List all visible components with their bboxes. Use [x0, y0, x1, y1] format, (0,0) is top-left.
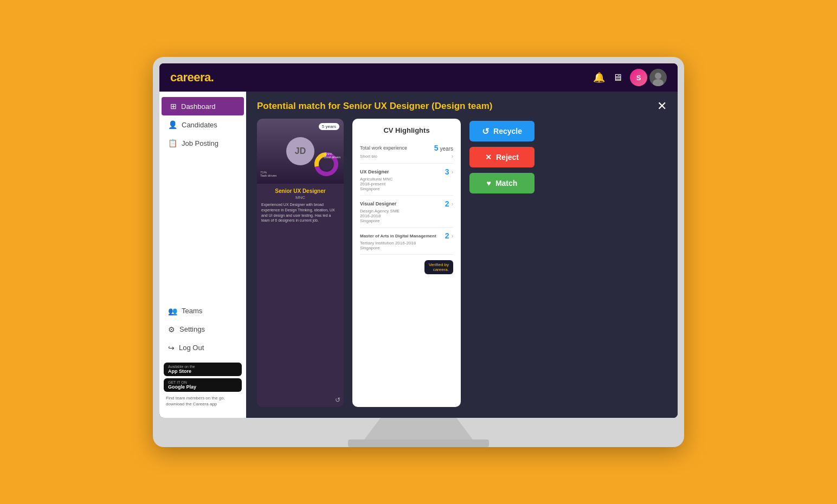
- cv-details-3: Tertiary Institution 2016-2018 Singapore: [360, 241, 453, 250]
- cv-title: CV Highlights: [360, 126, 453, 134]
- sidebar-item-label: Teams: [182, 307, 202, 315]
- cv-short-bio-chevron[interactable]: ›: [452, 153, 453, 159]
- sidebar-item-label: Job Posting: [182, 139, 218, 147]
- cv-role-2: Visual Designer: [360, 201, 396, 206]
- google-play-name: Google Play: [168, 384, 237, 390]
- google-play-badge[interactable]: GET IT ON Google Play: [164, 378, 242, 392]
- verified-inner: Verified by careera.: [424, 260, 453, 274]
- cv-work-unit: years: [440, 146, 453, 152]
- reject-icon: ✕: [485, 153, 492, 161]
- reject-label: Reject: [496, 153, 519, 161]
- cv-work-value: 5: [434, 144, 439, 152]
- cv-card: CV Highlights Total work experience 5 ye…: [352, 119, 461, 407]
- recycle-icon: ↺: [482, 126, 489, 137]
- action-buttons: ↺ Recycle ✕ Reject ♥ Match: [469, 119, 535, 407]
- header-actions: 🔔 🖥 S: [593, 69, 667, 86]
- candidate-role: Senior UX Designer: [261, 188, 339, 194]
- sidebar-item-candidates[interactable]: 👤 Candidates: [159, 115, 246, 134]
- candidate-company: MNC: [261, 195, 339, 200]
- years-badge: 5 years: [319, 123, 339, 130]
- cv-total-experience: Total work experience 5 years Short bio …: [360, 140, 453, 164]
- sidebar-item-label: Settings: [179, 325, 205, 333]
- page-title: Potential match for Senior UX Designer (…: [257, 101, 493, 112]
- cv-years-1: 3: [445, 167, 449, 176]
- recycle-label: Recycle: [493, 127, 522, 135]
- app-store-available: Available on the: [168, 365, 237, 369]
- refresh-icon[interactable]: ↺: [335, 396, 340, 404]
- cv-details-2: Design Agency SME 2016-2018 Singapore: [360, 209, 453, 223]
- cv-role-1: UX Designer: [360, 169, 389, 175]
- svg-point-5: [320, 158, 332, 170]
- avatar-photo: [649, 69, 667, 86]
- candidate-initials: JD: [286, 137, 314, 165]
- cv-chevron-3[interactable]: ›: [452, 233, 453, 239]
- monitor-icon[interactable]: 🖥: [613, 72, 622, 83]
- sidebar-item-settings[interactable]: ⚙ Settings: [159, 320, 246, 339]
- cv-section-visual-designer: Visual Designer 2 › Design Agency SME 20…: [360, 196, 453, 228]
- cv-section-masters: Master of Arts in Digital Management 2 ›…: [360, 228, 453, 255]
- sidebar-item-logout[interactable]: ↪ Log Out: [159, 339, 246, 357]
- sidebar-item-label: Dashboard: [181, 102, 216, 111]
- cv-short-bio-label: Short bio: [360, 154, 377, 159]
- logout-icon: ↪: [168, 344, 175, 352]
- content-body: 5 years JD +29%Goal driven: [246, 119, 678, 418]
- app-store-badge[interactable]: Available on the App Store: [164, 363, 242, 376]
- chart-container: +29%Goal driven: [313, 151, 339, 179]
- cv-details-1: Agricultural MNC 2018-present Singapore: [360, 177, 453, 191]
- monitor-base: [348, 440, 489, 447]
- settings-icon: ⚙: [168, 325, 175, 334]
- monitor: careera. 🔔 🖥 S: [153, 57, 684, 447]
- cv-chevron-1[interactable]: ›: [452, 169, 453, 175]
- user-avatar[interactable]: S: [630, 69, 667, 86]
- candidate-card: 5 years JD +29%Goal driven: [257, 119, 344, 407]
- notification-icon[interactable]: 🔔: [593, 72, 605, 83]
- logo-dot: .: [211, 70, 214, 84]
- job-posting-icon: 📋: [168, 139, 177, 147]
- avatar-initial: S: [630, 69, 647, 86]
- sidebar-item-dashboard[interactable]: ⊞ Dashboard: [162, 97, 244, 115]
- cv-work-label: Total work experience: [360, 145, 407, 151]
- teams-icon: 👥: [168, 307, 177, 315]
- sidebar-item-teams[interactable]: 👥 Teams: [159, 302, 246, 320]
- app-header: careera. 🔔 🖥 S: [159, 63, 678, 92]
- screen: careera. 🔔 🖥 S: [159, 63, 678, 418]
- main-layout: ⊞ Dashboard 👤 Candidates 📋 Job Posting 👥…: [159, 92, 678, 418]
- sidebar-item-job-posting[interactable]: 📋 Job Posting: [159, 134, 246, 152]
- cv-chevron-2[interactable]: ›: [452, 201, 453, 207]
- google-play-label: GET IT ON: [168, 380, 237, 384]
- content-area: Potential match for Senior UX Designer (…: [246, 92, 678, 418]
- sidebar: ⊞ Dashboard 👤 Candidates 📋 Job Posting 👥…: [159, 92, 246, 418]
- card-info: Senior UX Designer MNC Experienced UX De…: [257, 184, 344, 407]
- candidates-icon: 👤: [168, 120, 177, 129]
- chart-label-29: +29%Goal driven: [324, 152, 340, 159]
- app-store-name: App Store: [168, 369, 237, 374]
- close-button[interactable]: ✕: [657, 100, 667, 112]
- verified-brand: careera.: [433, 267, 449, 272]
- match-icon: ♥: [487, 179, 491, 188]
- match-label: Match: [495, 179, 517, 188]
- sidebar-item-label: Log Out: [179, 344, 204, 352]
- logo: careera.: [170, 70, 214, 85]
- match-button[interactable]: ♥ Match: [469, 173, 535, 193]
- sidebar-bottom: Available on the App Store GET IT ON Goo…: [159, 357, 246, 412]
- dashboard-icon: ⊞: [170, 102, 177, 111]
- card-photo-area: 5 years JD +29%Goal driven: [257, 119, 344, 184]
- recycle-button[interactable]: ↺ Recycle: [469, 121, 535, 141]
- monitor-stand: [364, 418, 473, 440]
- cv-years-2: 2: [445, 199, 449, 208]
- sidebar-footer: Find team members on the go, download th…: [164, 395, 242, 407]
- cv-role-3: Master of Arts in Digital Management: [360, 234, 436, 238]
- content-header: Potential match for Senior UX Designer (…: [246, 92, 678, 119]
- verified-badge: Verified by careera.: [360, 260, 453, 274]
- cv-section-ux-designer: UX Designer 3 › Agricultural MNC 2018-pr…: [360, 164, 453, 196]
- candidate-description: Experienced UX Designer with broad exper…: [261, 202, 339, 223]
- chart-label-71: 71%Task driven: [260, 171, 276, 177]
- sidebar-item-label: Candidates: [182, 121, 217, 129]
- cv-years-3: 2: [445, 231, 449, 240]
- svg-point-1: [655, 73, 661, 79]
- logo-text: careera: [170, 70, 211, 84]
- reject-button[interactable]: ✕ Reject: [469, 147, 535, 167]
- verified-text: Verified by: [429, 262, 449, 267]
